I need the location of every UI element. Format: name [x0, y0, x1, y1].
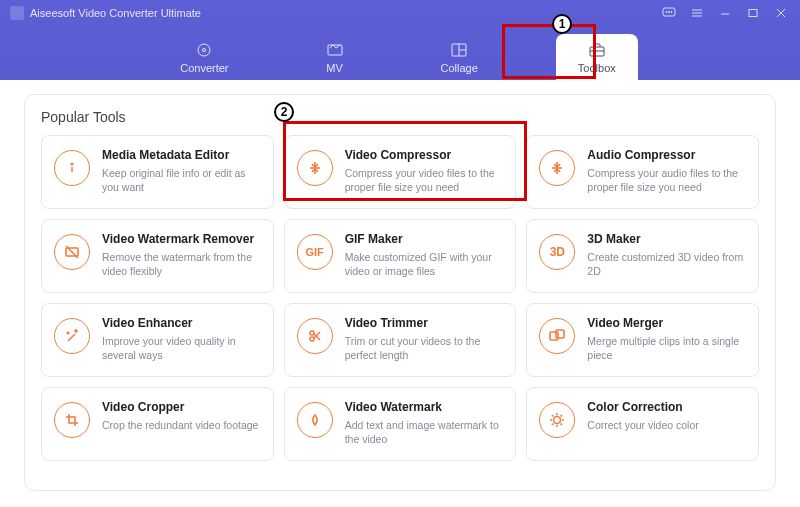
tool-video-trimmer[interactable]: Video Trimmer Trim or cut your videos to…: [284, 303, 517, 377]
svg-point-11: [198, 44, 210, 56]
svg-point-31: [310, 337, 314, 341]
svg-point-1: [666, 11, 667, 12]
popular-tools-panel: Popular Tools Media Metadata Editor Keep…: [24, 94, 776, 491]
crop-icon: [54, 402, 90, 438]
main-tabs: Converter MV Collage Toolbox: [0, 26, 800, 80]
section-title: Popular Tools: [41, 109, 759, 125]
tool-title: Video Compressor: [345, 148, 504, 162]
tool-title: Color Correction: [587, 400, 698, 414]
tool-media-metadata-editor[interactable]: Media Metadata Editor Keep original file…: [41, 135, 274, 209]
tool-3d-maker[interactable]: 3D 3D Maker Create customized 3D video f…: [526, 219, 759, 293]
mv-icon: [325, 42, 345, 58]
menu-icon[interactable]: [684, 4, 710, 22]
toolbox-icon: [587, 42, 607, 58]
tool-color-correction[interactable]: Color Correction Correct your video colo…: [526, 387, 759, 461]
header: Aiseesoft Video Converter Ultimate Conve…: [0, 0, 800, 80]
collage-icon: [449, 42, 469, 58]
tool-desc: Add text and image watermark to the vide…: [345, 418, 504, 446]
tool-desc: Crop the redundant video footage: [102, 418, 258, 432]
tab-collage[interactable]: Collage: [423, 36, 496, 80]
svg-line-44: [561, 415, 563, 417]
svg-rect-8: [749, 10, 757, 17]
gif-icon: GIF: [297, 234, 333, 270]
svg-point-12: [203, 49, 206, 52]
tool-desc: Keep original file info or edit as you w…: [102, 166, 261, 194]
window-controls: [656, 4, 794, 22]
tab-converter[interactable]: Converter: [162, 36, 246, 80]
converter-icon: [194, 42, 214, 58]
svg-line-41: [552, 415, 554, 417]
tool-video-compressor[interactable]: Video Compressor Compress your video fil…: [284, 135, 517, 209]
tool-title: Video Watermark: [345, 400, 504, 414]
feedback-icon[interactable]: [656, 4, 682, 22]
scissors-icon: [297, 318, 333, 354]
svg-line-42: [561, 424, 563, 426]
tool-gif-maker[interactable]: GIF GIF Maker Make customized GIF with y…: [284, 219, 517, 293]
tab-mv[interactable]: MV: [307, 36, 363, 80]
tool-title: Video Enhancer: [102, 316, 261, 330]
content-area: Popular Tools Media Metadata Editor Keep…: [0, 80, 800, 507]
tool-desc: Merge multiple clips into a single piece: [587, 334, 746, 362]
tool-title: Video Merger: [587, 316, 746, 330]
tab-mv-label: MV: [326, 62, 343, 74]
tool-desc: Make customized GIF with your video or i…: [345, 250, 504, 278]
audio-compress-icon: [539, 150, 575, 186]
compress-icon: [297, 150, 333, 186]
tool-video-watermark[interactable]: Video Watermark Add text and image water…: [284, 387, 517, 461]
enhance-icon: [54, 318, 90, 354]
tab-toolbox[interactable]: Toolbox: [556, 34, 638, 80]
svg-point-36: [554, 417, 561, 424]
svg-point-19: [71, 163, 73, 165]
watermark-remove-icon: [54, 234, 90, 270]
tool-watermark-remover[interactable]: Video Watermark Remover Remove the water…: [41, 219, 274, 293]
tool-title: Media Metadata Editor: [102, 148, 261, 162]
tool-title: Video Cropper: [102, 400, 258, 414]
svg-point-3: [671, 11, 672, 12]
tool-desc: Compress your video files to the proper …: [345, 166, 504, 194]
merge-icon: [539, 318, 575, 354]
svg-point-29: [67, 332, 69, 334]
maximize-icon[interactable]: [740, 4, 766, 22]
tab-converter-label: Converter: [180, 62, 228, 74]
close-icon[interactable]: [768, 4, 794, 22]
tool-title: Video Watermark Remover: [102, 232, 261, 246]
color-icon: [539, 402, 575, 438]
tool-desc: Create customized 3D video from 2D: [587, 250, 746, 278]
svg-point-2: [668, 11, 669, 12]
tool-title: GIF Maker: [345, 232, 504, 246]
tool-audio-compressor[interactable]: Audio Compressor Compress your audio fil…: [526, 135, 759, 209]
tab-toolbox-label: Toolbox: [578, 62, 616, 74]
tool-title: Audio Compressor: [587, 148, 746, 162]
tool-desc: Correct your video color: [587, 418, 698, 432]
tool-video-enhancer[interactable]: Video Enhancer Improve your video qualit…: [41, 303, 274, 377]
tool-desc: Improve your video quality in several wa…: [102, 334, 261, 362]
app-logo-icon: [10, 6, 24, 20]
info-icon: [54, 150, 90, 186]
tools-grid: Media Metadata Editor Keep original file…: [41, 135, 759, 461]
tool-desc: Compress your audio files to the proper …: [587, 166, 746, 194]
tool-desc: Trim or cut your videos to the perfect l…: [345, 334, 504, 362]
watermark-icon: [297, 402, 333, 438]
tool-title: Video Trimmer: [345, 316, 504, 330]
3d-icon: 3D: [539, 234, 575, 270]
minimize-icon[interactable]: [712, 4, 738, 22]
app-window: Aiseesoft Video Converter Ultimate Conve…: [0, 0, 800, 507]
app-title: Aiseesoft Video Converter Ultimate: [30, 7, 201, 19]
tool-video-cropper[interactable]: Video Cropper Crop the redundant video f…: [41, 387, 274, 461]
tool-video-merger[interactable]: Video Merger Merge multiple clips into a…: [526, 303, 759, 377]
tool-title: 3D Maker: [587, 232, 746, 246]
svg-point-30: [310, 331, 314, 335]
tool-desc: Remove the watermark from the video flex…: [102, 250, 261, 278]
tab-collage-label: Collage: [441, 62, 478, 74]
svg-line-43: [552, 424, 554, 426]
